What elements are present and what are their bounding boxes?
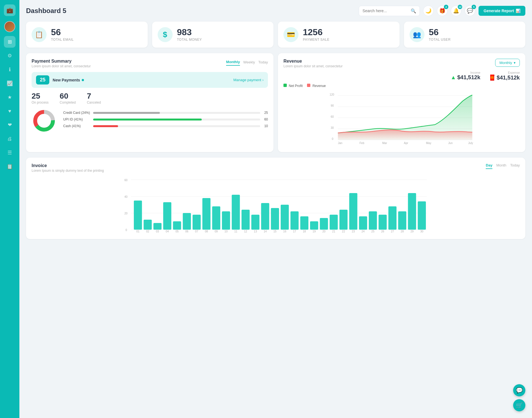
fab-chat-button[interactable]: 💬 <box>513 384 525 396</box>
bar-x-label: 19 <box>313 230 316 232</box>
bar-item[interactable] <box>232 195 240 230</box>
stat-card-money: $ 983 TOTAL MONEY <box>152 22 274 48</box>
sidebar-item-print[interactable]: 🖨 <box>4 133 16 145</box>
sidebar: 💼 ⊞ ⚙ ℹ 📈 ★ ♥ ❤ 🖨 ☰ 📋 <box>0 0 19 418</box>
search-icon[interactable]: 🔍 <box>411 8 416 14</box>
sidebar-item-analytics[interactable]: 📈 <box>4 78 16 89</box>
bar-x-label: 30 <box>420 230 424 232</box>
star-icon: ★ <box>7 94 12 100</box>
svg-text:20: 20 <box>124 212 128 215</box>
bar-item[interactable] <box>222 211 230 230</box>
middle-row: Payment Summary Lorem ipsum dolor sit am… <box>26 53 525 152</box>
bar-item[interactable] <box>418 201 426 230</box>
messages-button[interactable]: 💬 5 <box>465 6 475 16</box>
payment-stat-icon: 💳 <box>283 27 298 42</box>
user-avatar[interactable] <box>4 21 15 32</box>
bar-item[interactable] <box>163 202 171 230</box>
income-expense-row: Income ▲ $41,512k Expense 🧧 $41,512k <box>283 71 520 81</box>
bar-item[interactable] <box>310 221 318 230</box>
sidebar-item-settings[interactable]: ⚙ <box>4 50 16 61</box>
bar-item[interactable] <box>251 215 259 230</box>
bar-x-label: 21 <box>332 230 336 232</box>
manage-payment-link[interactable]: Manage payment › <box>233 78 264 82</box>
invoice-chart-svg: 0 20 40 60 01020304050607080910111213141… <box>32 177 520 232</box>
bar-x-label: 22 <box>342 230 345 232</box>
sidebar-item-favorite[interactable]: ♥ <box>4 105 16 117</box>
bar-item[interactable] <box>154 223 162 230</box>
bar-item[interactable] <box>271 208 279 230</box>
search-bar[interactable]: 🔍 <box>359 6 420 16</box>
notifications-badge: 12 <box>458 5 462 9</box>
sidebar-item-dashboard[interactable]: ⊞ <box>4 36 16 48</box>
bar-item[interactable] <box>281 205 289 230</box>
bar-item[interactable] <box>320 218 328 230</box>
tab-today[interactable]: Today <box>258 59 268 65</box>
bar-item[interactable] <box>339 210 347 230</box>
svg-text:60: 60 <box>124 179 128 182</box>
expense-icon: 🧧 <box>489 74 496 81</box>
bar-x-label: 14 <box>264 230 267 232</box>
bar-item[interactable] <box>349 193 357 230</box>
theme-toggle-button[interactable]: 🌙 <box>423 6 434 16</box>
generate-report-button[interactable]: Generate Report 📊 <box>479 6 525 16</box>
bar-item[interactable] <box>134 201 142 230</box>
menu-icon: ☰ <box>7 150 12 156</box>
svg-text:Jan: Jan <box>338 142 342 145</box>
sidebar-item-list[interactable]: 📋 <box>4 161 16 172</box>
tab-monthly[interactable]: Monthly <box>226 59 240 66</box>
bar-item[interactable] <box>183 213 191 230</box>
net-profit-dot <box>283 84 287 87</box>
bar-item[interactable] <box>378 215 387 230</box>
payment-stat-info: 1256 PAYMENT SALE <box>303 28 329 42</box>
page-title: Dashboard 5 <box>26 7 66 15</box>
bar-item[interactable] <box>212 206 220 230</box>
income-value: ▲ $41,512k <box>451 74 480 81</box>
sidebar-item-info[interactable]: ℹ <box>4 64 16 75</box>
fab-cart-button[interactable]: 🛒 <box>513 399 525 411</box>
search-input[interactable] <box>362 9 408 13</box>
bar-item[interactable] <box>290 211 298 230</box>
bar-item[interactable] <box>408 193 416 230</box>
sidebar-logo[interactable]: 💼 <box>4 4 16 16</box>
header: Dashboard 5 🔍 🌙 🎁 2 🔔 12 💬 5 Gen <box>26 6 525 16</box>
bar-item[interactable] <box>300 216 308 230</box>
avatar-image <box>5 22 15 32</box>
payment-summary-header: Payment Summary Lorem ipsum dolor sit am… <box>32 59 268 68</box>
bar-item[interactable] <box>398 211 406 230</box>
completed-label: Completed <box>60 101 76 104</box>
bar-item[interactable] <box>369 211 377 230</box>
gifts-button[interactable]: 🎁 2 <box>437 6 447 16</box>
revenue-legend: Net Profit Revenue <box>283 84 520 88</box>
bar-item[interactable] <box>242 210 250 230</box>
bar-item[interactable] <box>173 221 181 230</box>
bar-x-label: 12 <box>244 230 247 232</box>
email-stat-info: 56 TOTAL EMAIL <box>51 28 74 42</box>
bar-item[interactable] <box>388 206 397 230</box>
sidebar-item-heart2[interactable]: ❤ <box>4 119 16 131</box>
bar-x-label: 24 <box>362 230 365 232</box>
pbar-cash-val: 10 <box>262 124 268 128</box>
bar-item[interactable] <box>202 198 210 230</box>
bar-item[interactable] <box>330 215 338 230</box>
bar-x-label: 07 <box>195 230 198 232</box>
bar-item[interactable] <box>193 215 201 230</box>
bar-item[interactable] <box>359 216 367 230</box>
completed-count: 60 <box>60 92 76 101</box>
bar-x-label: 11 <box>234 230 237 232</box>
pbar-upi-fill <box>93 119 202 120</box>
invoice-tab-month[interactable]: Month <box>496 163 506 169</box>
pbar-credit-label: Credit Card (24%) <box>63 111 91 115</box>
bar-item[interactable] <box>144 220 152 230</box>
tab-weekly[interactable]: Weekly <box>243 59 255 65</box>
sidebar-item-menu[interactable]: ☰ <box>4 147 16 158</box>
invoice-tab-today[interactable]: Today <box>510 163 520 169</box>
revenue-title: Revenue <box>283 59 342 64</box>
invoice-tab-day[interactable]: Day <box>486 163 492 169</box>
svg-text:Jun: Jun <box>448 142 453 145</box>
revenue-period-select[interactable]: Monthly ▾ <box>495 59 520 67</box>
notifications-button[interactable]: 🔔 12 <box>451 6 461 16</box>
bar-item[interactable] <box>261 203 269 230</box>
new-payments-text: New Payments <box>53 78 80 82</box>
bar-x-label: 26 <box>381 230 384 232</box>
sidebar-item-star[interactable]: ★ <box>4 91 16 103</box>
